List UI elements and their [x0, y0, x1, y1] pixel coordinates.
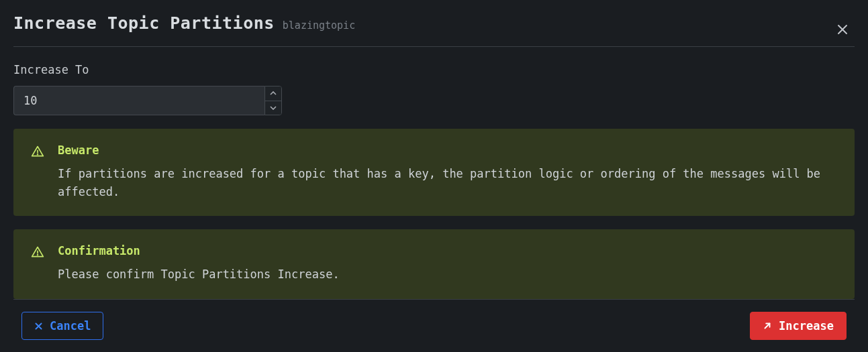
cancel-button-label: Cancel	[50, 319, 91, 333]
svg-line-8	[765, 324, 770, 329]
cancel-button[interactable]: Cancel	[21, 312, 103, 340]
dialog-body: Increase To	[13, 47, 855, 299]
alert-content: Beware If partitions are increased for a…	[58, 143, 837, 201]
dialog-title: Increase Topic Partitions	[13, 13, 275, 33]
field-label-increase-to: Increase To	[13, 63, 855, 76]
dialog-header: Increase Topic Partitions blazingtopic	[13, 13, 855, 47]
dialog-increase-partitions: Increase Topic Partitions blazingtopic I…	[0, 0, 868, 352]
close-icon	[34, 322, 43, 331]
alert-body: If partitions are increased for a topic …	[58, 165, 837, 201]
alert-beware: Beware If partitions are increased for a…	[13, 129, 855, 216]
alert-title: Beware	[58, 143, 837, 157]
svg-point-5	[38, 255, 38, 255]
warning-icon	[31, 245, 44, 259]
increase-to-input[interactable]	[13, 86, 264, 115]
close-icon	[837, 24, 848, 35]
increase-button-label: Increase	[779, 319, 834, 333]
alert-body: Please confirm Topic Partitions Increase…	[58, 266, 837, 284]
dialog-footer: Cancel Increase	[13, 299, 855, 352]
dialog-topic-name: blazingtopic	[283, 19, 355, 32]
chevron-down-icon	[270, 106, 277, 110]
stepper-down-button[interactable]	[265, 101, 281, 115]
stepper-up-button[interactable]	[265, 86, 281, 101]
warning-icon	[31, 145, 44, 158]
increase-button[interactable]: Increase	[750, 312, 847, 340]
close-button[interactable]	[833, 20, 852, 39]
arrow-up-right-icon	[763, 321, 772, 331]
increase-to-stepper	[13, 86, 282, 115]
stepper-buttons	[264, 86, 282, 115]
alert-confirmation: Confirmation Please confirm Topic Partit…	[13, 229, 855, 298]
alert-title: Confirmation	[58, 244, 837, 257]
svg-point-3	[38, 154, 38, 155]
chevron-up-icon	[270, 91, 277, 95]
alert-content: Confirmation Please confirm Topic Partit…	[58, 244, 837, 284]
